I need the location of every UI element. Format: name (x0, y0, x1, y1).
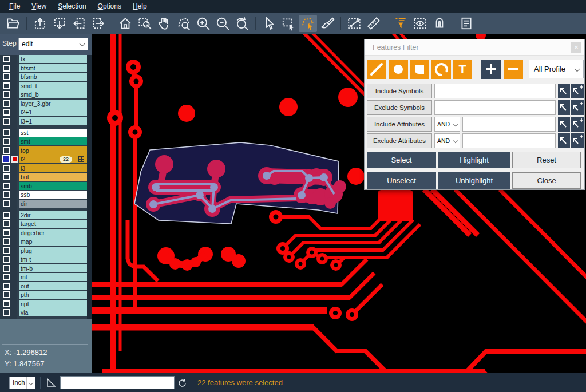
close-icon[interactable]: × (571, 42, 581, 53)
layer-row-bfsmt[interactable]: bfsmt (0, 64, 92, 72)
pan-down-icon[interactable] (50, 15, 69, 32)
layer-row-via[interactable]: via (0, 308, 92, 316)
layer-name[interactable]: smd_t (19, 82, 87, 90)
layer-row-npt[interactable]: npt (0, 300, 92, 308)
layer-name[interactable]: tm-t (19, 255, 87, 263)
pick-symbol-icon[interactable] (558, 100, 570, 115)
layer-checkbox[interactable] (3, 256, 10, 263)
layer-name[interactable]: dirgerber (19, 229, 87, 237)
exclude-attributes-operator[interactable]: AND (434, 133, 460, 148)
reset-button[interactable]: Reset (512, 152, 581, 168)
line-filter-icon[interactable] (367, 60, 386, 79)
layer-name[interactable]: bfsmt (19, 64, 87, 72)
include-attributes-operator[interactable]: AND (434, 117, 460, 132)
grid-icon[interactable] (78, 156, 84, 162)
highlight-button[interactable]: Highlight (438, 152, 510, 168)
layer-checkbox[interactable] (3, 309, 10, 316)
unselect-button[interactable]: Unselect (367, 172, 436, 189)
layer-row-fx[interactable]: fx (0, 55, 92, 63)
layer-checkbox[interactable] (3, 265, 10, 272)
layer-row-l2+1[interactable]: l2+1 (0, 108, 92, 116)
layer-checkbox[interactable] (3, 147, 10, 154)
layer-name[interactable]: npt (19, 300, 87, 308)
layer-name[interactable]: l3 (19, 164, 87, 172)
layer-name[interactable]: out (19, 282, 87, 290)
exclude-symbols-button[interactable]: Exclude Symbols (367, 100, 432, 115)
layer-checkbox[interactable] (3, 274, 10, 280)
exclude-attributes-input[interactable] (462, 133, 556, 148)
layer-name[interactable]: top (19, 146, 87, 155)
exclude-attributes-button[interactable]: Exclude Attributes (367, 133, 432, 148)
layer-name[interactable]: target (19, 220, 87, 228)
layer-checkbox[interactable] (3, 138, 10, 145)
pan-right-icon[interactable] (89, 15, 108, 32)
layer-name[interactable]: ssb (19, 191, 87, 199)
layer-name[interactable]: smd_b (19, 90, 87, 98)
layer-checkbox[interactable] (3, 100, 10, 107)
layer-checkbox[interactable] (3, 65, 10, 72)
arc-filter-icon[interactable] (431, 60, 451, 79)
layer-checkbox[interactable] (3, 238, 10, 245)
layer-row-map[interactable]: map (0, 237, 92, 246)
pick-symbol-add-icon[interactable] (571, 84, 584, 98)
layer-row-l3+1[interactable]: l3+1 (0, 117, 92, 125)
angle-measure-icon[interactable] (46, 377, 57, 389)
layer-name[interactable]: l3+1 (19, 117, 87, 125)
report-icon[interactable] (457, 15, 476, 32)
layer-name[interactable]: bot (19, 173, 87, 181)
layer-checkbox[interactable] (3, 283, 10, 290)
layer-name[interactable]: l222 (19, 155, 87, 163)
layer-checkbox[interactable] (3, 129, 10, 136)
remove-filter-icon[interactable] (504, 60, 523, 79)
layer-name[interactable]: plug (19, 247, 87, 255)
include-symbols-input[interactable] (434, 84, 556, 98)
layer-row-plug[interactable]: plug (0, 247, 92, 255)
layer-checkbox[interactable] (3, 183, 10, 189)
layer-name[interactable]: pth (19, 291, 87, 299)
layer-name[interactable]: dir (19, 200, 87, 208)
layer-row-dir[interactable]: dir (0, 200, 92, 208)
circle-filter-icon[interactable] (389, 60, 408, 79)
clean-brush-icon[interactable] (318, 15, 336, 32)
layer-name[interactable]: smb (19, 182, 87, 190)
layer-checkbox[interactable] (3, 73, 10, 80)
close-button[interactable]: Close (512, 172, 581, 189)
layer-row-layer_3.gbr[interactable]: layer_3.gbr (0, 100, 92, 108)
home-icon[interactable] (116, 15, 134, 32)
layer-checkbox[interactable] (3, 82, 10, 89)
layer-name[interactable]: sst (19, 129, 87, 137)
layer-name[interactable]: tm-b (19, 264, 87, 272)
pad-filter-icon[interactable] (410, 60, 429, 79)
layer-row-smt[interactable]: smt (0, 137, 92, 145)
pick-symbol-add-icon[interactable] (571, 100, 584, 115)
layer-checkbox[interactable] (3, 165, 10, 172)
layer-row-smb[interactable]: smb (0, 182, 92, 190)
layer-row-tm-t[interactable]: tm-t (0, 255, 92, 263)
zoom-poly-icon[interactable] (175, 15, 193, 32)
profile-select[interactable]: All Profile (529, 60, 584, 78)
layer-row-bfsmb[interactable]: bfsmb (0, 73, 92, 81)
layer-checkbox[interactable] (3, 109, 10, 116)
select-poly-icon[interactable] (299, 15, 317, 32)
layer-row-ssb[interactable]: ssb (0, 191, 92, 199)
zoom-prev-icon[interactable] (233, 15, 251, 32)
layer-name[interactable]: via (19, 308, 87, 316)
menu-file[interactable]: File (3, 2, 26, 10)
layer-name[interactable]: smt (19, 137, 87, 145)
layer-row-l3[interactable]: l3 (0, 164, 92, 172)
layer-row-top[interactable]: top (0, 146, 92, 155)
pick-attribute-add-icon[interactable] (571, 117, 584, 132)
pan-hand-icon[interactable] (155, 15, 173, 32)
layer-row-sst[interactable]: sst (0, 129, 92, 137)
menu-help[interactable]: Help (127, 2, 153, 10)
refresh-icon[interactable] (177, 378, 187, 388)
select-button[interactable]: Select (367, 152, 436, 168)
layer-row-pth[interactable]: pth (0, 291, 92, 299)
menu-options[interactable]: Options (92, 2, 127, 10)
pick-attribute-add-icon[interactable] (571, 133, 584, 148)
layer-checkbox[interactable] (3, 212, 10, 219)
layer-row-target[interactable]: target (0, 220, 92, 228)
include-symbols-button[interactable]: Include Symbols (367, 84, 432, 98)
zoom-area-icon[interactable] (136, 15, 154, 32)
select-rect-icon[interactable] (279, 15, 298, 32)
